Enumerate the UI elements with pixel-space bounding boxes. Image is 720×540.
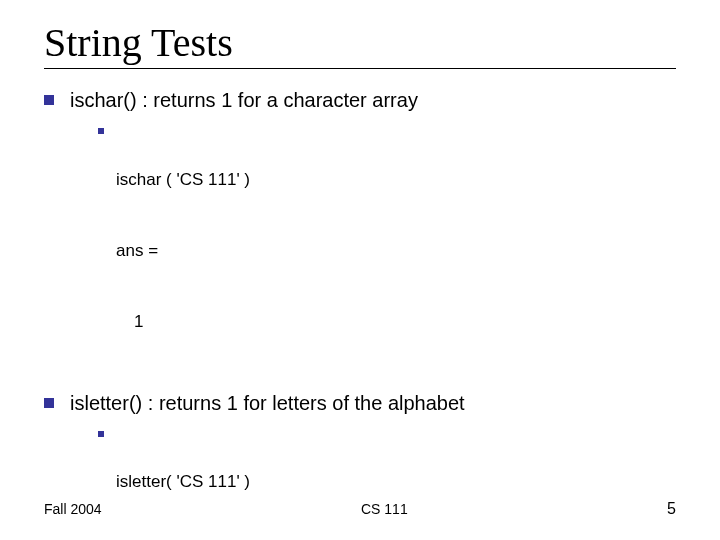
footer-center: CS 111 [361, 501, 408, 517]
page-number: 5 [667, 500, 676, 518]
sub-bullet-item: ischar ( 'CS 111' ) ans = 1 [98, 120, 676, 382]
title-rule [44, 68, 676, 69]
sub-bullet-item: isletter( 'CS 111' ) ans = 1 1 0 0 0 0 [98, 423, 676, 540]
square-bullet-icon [98, 128, 104, 134]
code-result-row: 1 [116, 310, 250, 334]
square-bullet-icon [98, 431, 104, 437]
bullet-item: isletter() : returns 1 for letters of th… [44, 390, 676, 417]
result-value: 1 [116, 310, 184, 334]
slide-title: String Tests [44, 22, 676, 64]
footer-left: Fall 2004 [44, 501, 102, 517]
code-call: ischar ( 'CS 111' ) [116, 168, 250, 192]
square-bullet-icon [44, 398, 54, 408]
code-block: isletter( 'CS 111' ) ans = 1 1 0 0 0 0 [116, 423, 374, 540]
code-ans-label: ans = [116, 239, 250, 263]
footer: Fall 2004 CS 111 5 [0, 500, 720, 518]
code-block: ischar ( 'CS 111' ) ans = 1 [116, 120, 250, 382]
bullet-item: ischar() : returns 1 for a character arr… [44, 87, 676, 114]
slide-body: ischar() : returns 1 for a character arr… [44, 87, 676, 540]
bullet-text: isletter() : returns 1 for letters of th… [70, 390, 465, 417]
square-bullet-icon [44, 95, 54, 105]
code-call: isletter( 'CS 111' ) [116, 470, 374, 494]
bullet-text: ischar() : returns 1 for a character arr… [70, 87, 418, 114]
slide: String Tests ischar() : returns 1 for a … [0, 0, 720, 540]
